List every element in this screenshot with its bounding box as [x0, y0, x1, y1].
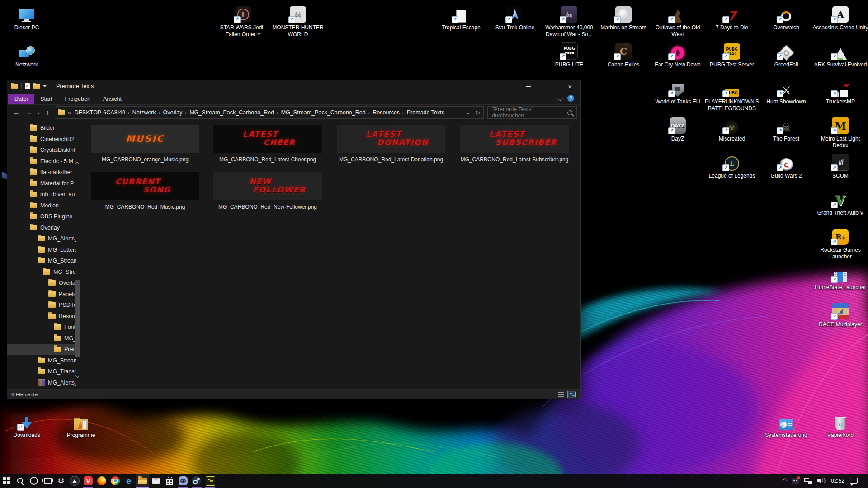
taskbar-fireworks-icon[interactable]: Fw [203, 474, 217, 488]
breadcrumb-segment[interactable]: MG_Stream_Pack_Carbono_Red [280, 109, 367, 116]
desktop-icon-papierkorb[interactable]: ↻Papierkorb [812, 411, 868, 439]
desktop-icon-league-of-legends[interactable]: L↗League of Legends [704, 152, 760, 179]
desktop-icon-7-days-to-die[interactable]: 7↗7 Days to Die [704, 4, 760, 31]
close-button[interactable]: × [560, 80, 580, 93]
breadcrumb-segment[interactable]: DESKTOP-6CA8I40 [74, 109, 126, 116]
file-item-mg-carbono-red-latest-donation[interactable]: LATESTDONATIONMG_CARBONO_Red_Latest-Dona… [337, 125, 445, 163]
sidebar-item-crystaldiskinf-2[interactable]: CrystalDiskInf [7, 145, 76, 156]
desktop-icon-marbles-on-stream[interactable]: ↗Marbles on Stream [595, 4, 651, 31]
desktop-icon-dayz[interactable]: DAYZ↗DayZ [650, 115, 706, 142]
properties-icon[interactable] [25, 83, 30, 89]
desktop-icon-world-of-tanks-eu[interactable]: ↗World of Tanks EU [650, 78, 706, 105]
desktop-icon-star-trek-online[interactable]: ↗Star Trek Online [487, 4, 543, 31]
forward-button[interactable]: → [24, 109, 35, 116]
taskbar-settings-icon[interactable]: ⚙ [54, 474, 68, 488]
desktop-icon-ark-survival-evolved[interactable]: ↗ARK Survival Evolved [812, 41, 868, 68]
desktop-icon-warhammer-dawn-of-war[interactable]: ☠↗Warhammer 40,000 Dawn of War - So... [541, 4, 597, 38]
sidebar-item-mg-stream-21[interactable]: MG_Stream [7, 355, 76, 366]
back-button[interactable]: ← [11, 109, 22, 116]
desktop-icon-assassins-creed-unity[interactable]: A↗Assassin's Creed Unity [812, 4, 868, 31]
desktop-icon-systemsteuerung[interactable]: Systemsteuerung [758, 411, 814, 439]
sidebar-item-mg-strea-13[interactable]: MG_Strea [7, 267, 76, 278]
sidebar-item-medien-7[interactable]: Medien [7, 200, 76, 211]
sidebar-item-mg-stream-12[interactable]: MG_Stream [7, 255, 76, 267]
action-center-icon[interactable] [850, 478, 858, 484]
desktop-icon-downloads[interactable]: ↗Downloads [0, 411, 55, 439]
taskbar-edge-icon[interactable]: e [122, 474, 136, 488]
file-item-mg-carbono-red-new-follower[interactable]: NEWFOLLOWERMG_CARBONO_Red_New-Follower.p… [213, 172, 322, 210]
sidebar-item-electric-5-m-3[interactable]: Electric - 5 M [7, 156, 76, 167]
desktop-icon-hunt-showdown[interactable]: ⚔↗Hunt Showdown [758, 78, 814, 105]
taskbar-cortana-icon[interactable] [27, 474, 41, 488]
show-desktop-button[interactable] [863, 474, 866, 488]
thumbnails-view-button[interactable] [567, 391, 576, 398]
desktop-icon-guild-wars-2[interactable]: ς↗Guild Wars 2 [758, 152, 814, 179]
up-button[interactable]: ↑ [42, 109, 53, 116]
taskbar-discord-icon[interactable] [176, 474, 190, 488]
desktop-icon-rockstar-games-launcher[interactable]: R★↗Rockstar Games Launcher [812, 226, 868, 260]
scrollbar-thumb[interactable] [75, 280, 80, 357]
desktop-icon-rage-multiplayer[interactable]: ↗RAGE Multiplayer [812, 300, 868, 328]
help-icon[interactable]: ? [567, 95, 574, 102]
minimize-button[interactable] [518, 80, 539, 93]
breadcrumb-segment[interactable]: Resources [372, 109, 401, 116]
file-item-mg-carbono-orange-music[interactable]: MUSICMG_CARBONO_orange_Music.png [91, 125, 199, 163]
desktop-icon-homestate-launcher[interactable]: ↗HomeState Launcher [812, 263, 868, 291]
taskbar-vivaldi-icon[interactable]: V [81, 474, 95, 488]
desktop-icon-truckersmp[interactable]: MP↗TruckersMP [812, 78, 868, 105]
tab-freigeben[interactable]: Freigeben [59, 94, 97, 104]
network-icon[interactable] [804, 478, 812, 484]
desktop-icon-metro-last-light-redux[interactable]: M↗Metro Last Light Redux [812, 115, 868, 149]
file-item-mg-carbono-red-latest-cheer[interactable]: LATESTCHEERMG_CARBONO_Red_Latest-Cheer.p… [213, 125, 322, 163]
details-view-button[interactable] [556, 391, 565, 398]
sidebar-item-resource-17[interactable]: Resource [7, 311, 76, 322]
sidebar-item-panels-15[interactable]: Panels [7, 289, 76, 300]
tray-clock[interactable]: 02:52 [831, 478, 844, 484]
taskbar-file-explorer-icon[interactable] [136, 474, 149, 488]
sidebar-item-mg-lettersf-11[interactable]: MG_LettersF [7, 244, 76, 256]
desktop-icon-scum[interactable]: ///↗SCUM [812, 152, 868, 179]
scroll-down-icon[interactable] [75, 374, 79, 378]
sidebar-item-flat-dark-ther-4[interactable]: flat-dark-ther [7, 167, 76, 178]
sidebar-item-premad-20[interactable]: Premad [7, 344, 76, 355]
taskbar-steam-icon[interactable] [190, 474, 203, 488]
desktop-icon-far-cry-new-dawn[interactable]: ↗Far Cry New Dawn [650, 41, 706, 68]
scroll-up-icon[interactable] [75, 162, 79, 165]
breadcrumb-segment[interactable]: MG_Stream_Pack_Carbono_Red [189, 109, 275, 116]
breadcrumb-segment[interactable]: Premade Texts [406, 109, 445, 116]
desktop-icon-overwatch[interactable]: ↗Overwatch [758, 4, 814, 31]
taskbar-search-icon[interactable] [14, 474, 27, 488]
ribbon-collapse-chevron-icon[interactable] [557, 96, 562, 101]
recent-locations-chevron-icon[interactable] [37, 111, 40, 114]
sidebar-item-obs-plugins-8[interactable]: OBS Plugins [7, 211, 76, 222]
desktop-icon-pubg-lite[interactable]: PUBGLITE↗PUBG LITE [541, 41, 597, 68]
file-item-mg-carbono-red-latest-subscriber[interactable]: LATESTSUBSCRIBERMG_CARBONO_Red_Latest-Su… [460, 125, 569, 163]
sidebar-item-mg-alerts-i-23[interactable]: MG_Alerts_I [7, 377, 76, 389]
taskbar-microsoft-store-icon[interactable] [163, 474, 176, 488]
taskbar-start-icon[interactable] [0, 474, 14, 488]
breadcrumb-segment[interactable]: Netzwerk [132, 109, 157, 116]
file-item-mg-carbono-red-music[interactable]: CURRENTSONGMG_CARBONO_Red_Music.png [91, 172, 199, 210]
desktop-icon-playerunknowns-battlegrounds[interactable]: PUBG↗PLAYERUNKNOWN'S BATTLEGROUNDS [704, 78, 760, 112]
breadcrumb-overflow[interactable]: « [68, 109, 71, 116]
sidebar-item-overlay-9[interactable]: Overlay [7, 222, 76, 234]
desktop-icon-netzwerk[interactable]: Netzwerk [0, 41, 55, 68]
tray-discord-icon[interactable] [792, 478, 799, 484]
sidebar-item-fonts-18[interactable]: Fonts [7, 322, 76, 333]
search-box[interactable]: "Premade Texts" durchsuchen [487, 106, 577, 119]
desktop-icon-greedfall[interactable]: ↗GreedFall [758, 41, 814, 68]
desktop-icon-grand-theft-auto-v[interactable]: V↗Grand Theft Auto V [812, 189, 868, 216]
desktop-icon-the-forest[interactable]: ☠↗The Forest [758, 115, 814, 142]
sidebar-item-psd-for-t-16[interactable]: PSD for t [7, 300, 76, 311]
taskbar-chrome-icon[interactable] [108, 474, 122, 488]
taskbar-dark-circle-app-icon[interactable] [68, 474, 81, 488]
address-bar[interactable]: « DESKTOP-6CA8I40›Netzwerk›Overlay›MG_St… [55, 106, 484, 119]
desktop-icon-conan-exiles[interactable]: C↗Conan Exiles [595, 41, 651, 68]
desktop-icon-tropical-escape[interactable]: ↗Tropical Escape [433, 4, 489, 31]
sidebar-item-bilder-0[interactable]: Bilder [7, 122, 76, 134]
sidebar-item-cinebenchr2-1[interactable]: CinebenchR2 [7, 134, 76, 145]
desktop-icon-star-wars-jedi-fallen-order[interactable]: ↗STAR WARS Jedi - Fallen Order™ [215, 4, 271, 38]
tab-datei[interactable]: Datei [8, 94, 34, 104]
address-dropdown-chevron-icon[interactable] [467, 111, 470, 114]
refresh-icon[interactable]: ↻ [475, 109, 480, 116]
